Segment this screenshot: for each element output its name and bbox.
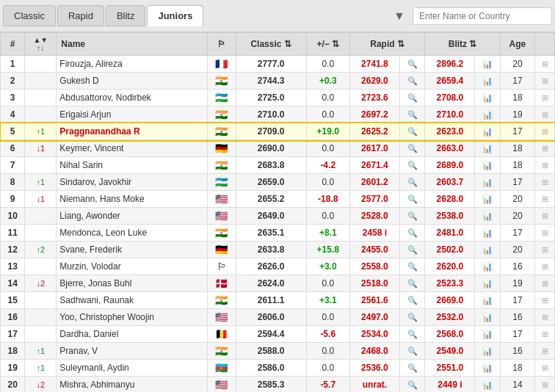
cell-rapid-search[interactable]: 🔍 xyxy=(400,208,425,225)
cell-action[interactable]: ⊞ xyxy=(535,292,555,309)
cell-name: Praggnanandhaa R xyxy=(57,123,208,140)
cell-blitz-search[interactable]: 📊 xyxy=(475,174,500,191)
cell-blitz-search[interactable]: 📊 xyxy=(475,56,500,73)
cell-rapid-search[interactable]: 🔍 xyxy=(400,123,425,140)
cell-action[interactable]: ⊞ xyxy=(535,140,555,157)
cell-pm: 0.0 xyxy=(306,140,349,157)
cell-blitz-search[interactable]: 📊 xyxy=(475,90,500,106)
cell-action[interactable]: ⊞ xyxy=(535,123,555,140)
cell-rapid-search[interactable]: 🔍 xyxy=(400,140,425,157)
cell-rank: 3 xyxy=(1,90,25,106)
cell-action[interactable]: ⊞ xyxy=(535,326,555,343)
cell-blitz-search[interactable]: 📊 xyxy=(475,140,500,157)
cell-classic: 2659.0 xyxy=(236,174,306,191)
search-input[interactable] xyxy=(413,7,552,25)
table-row: 10 Liang, Awonder 🇺🇸 2649.0 0.0 2528.0 🔍… xyxy=(1,208,555,225)
cell-blitz-search[interactable]: 📊 xyxy=(475,123,500,140)
cell-pm: -5.7 xyxy=(306,377,349,393)
cell-rapid-search[interactable]: 🔍 xyxy=(400,73,425,90)
cell-blitz-search[interactable]: 📊 xyxy=(475,377,500,393)
cell-action[interactable]: ⊞ xyxy=(535,242,555,258)
cell-action[interactable]: ⊞ xyxy=(535,208,555,225)
tab-blitz[interactable]: Blitz xyxy=(106,5,146,26)
cell-pm: 0.0 xyxy=(306,275,349,292)
cell-rapid-search[interactable]: 🔍 xyxy=(400,174,425,191)
cell-rapid-search[interactable]: 🔍 xyxy=(400,225,425,242)
cell-name: Dardha, Daniel xyxy=(57,326,208,343)
cell-pm: +19.0 xyxy=(306,123,349,140)
cell-blitz: 2502.0 xyxy=(425,242,475,258)
cell-blitz: 2669.0 xyxy=(425,292,475,309)
cell-rapid-search[interactable]: 🔍 xyxy=(400,258,425,275)
cell-name: Firouzja, Alireza xyxy=(57,56,208,73)
cell-rank: 16 xyxy=(1,309,25,326)
cell-rapid-search[interactable]: 🔍 xyxy=(400,157,425,174)
cell-rapid-search[interactable]: 🔍 xyxy=(400,343,425,360)
cell-action[interactable]: ⊞ xyxy=(535,377,555,393)
cell-action[interactable]: ⊞ xyxy=(535,174,555,191)
cell-blitz-search[interactable]: 📊 xyxy=(475,292,500,309)
cell-action[interactable]: ⊞ xyxy=(535,90,555,106)
cell-rapid-search[interactable]: 🔍 xyxy=(400,90,425,106)
cell-age: 17 xyxy=(500,326,534,343)
cell-classic: 2649.0 xyxy=(236,208,306,225)
col-flag: 🏳 xyxy=(207,33,236,56)
cell-blitz-search[interactable]: 📊 xyxy=(475,191,500,208)
cell-blitz-search[interactable]: 📊 xyxy=(475,343,500,360)
cell-change xyxy=(25,208,57,225)
cell-rapid-search[interactable]: 🔍 xyxy=(400,292,425,309)
cell-rapid-search[interactable]: 🔍 xyxy=(400,56,425,73)
cell-action[interactable]: ⊞ xyxy=(535,343,555,360)
filter-icon[interactable]: ▼ xyxy=(391,7,408,25)
cell-blitz-search[interactable]: 📊 xyxy=(475,360,500,377)
cell-action[interactable]: ⊞ xyxy=(535,73,555,90)
table-row: 19 ↑1 Suleymanli, Aydin 🇦🇿 2586.0 0.0 25… xyxy=(1,360,555,377)
cell-rapid-search[interactable]: 🔍 xyxy=(400,326,425,343)
tab-classic[interactable]: Classic xyxy=(3,5,56,26)
cell-rapid-search[interactable]: 🔍 xyxy=(400,191,425,208)
cell-age: 16 xyxy=(500,309,534,326)
cell-action[interactable]: ⊞ xyxy=(535,360,555,377)
cell-blitz-search[interactable]: 📊 xyxy=(475,73,500,90)
cell-blitz: 2659.4 xyxy=(425,73,475,90)
cell-action[interactable]: ⊞ xyxy=(535,225,555,242)
cell-action[interactable]: ⊞ xyxy=(535,309,555,326)
cell-rapid-search[interactable]: 🔍 xyxy=(400,377,425,393)
cell-blitz-search[interactable]: 📊 xyxy=(475,242,500,258)
cell-blitz-search[interactable]: 📊 xyxy=(475,208,500,225)
cell-blitz-search[interactable]: 📊 xyxy=(475,326,500,343)
cell-action[interactable]: ⊞ xyxy=(535,106,555,123)
cell-change: ↓1 xyxy=(25,191,57,208)
cell-rapid-search[interactable]: 🔍 xyxy=(400,106,425,123)
cell-age: 16 xyxy=(500,343,534,360)
tab-rapid[interactable]: Rapid xyxy=(57,5,104,26)
tab-juniors[interactable]: Juniors xyxy=(147,5,203,26)
cell-blitz-search[interactable]: 📊 xyxy=(475,157,500,174)
cell-rapid-search[interactable]: 🔍 xyxy=(400,275,425,292)
cell-blitz-search[interactable]: 📊 xyxy=(475,275,500,292)
cell-change xyxy=(25,326,57,343)
table-row: 1 Firouzja, Alireza 🇫🇷 2777.0 0.0 2741.8… xyxy=(1,56,555,73)
cell-action[interactable]: ⊞ xyxy=(535,191,555,208)
cell-blitz-search[interactable]: 📊 xyxy=(475,225,500,242)
cell-blitz-search[interactable]: 📊 xyxy=(475,309,500,326)
cell-action[interactable]: ⊞ xyxy=(535,56,555,73)
cell-age: 18 xyxy=(500,157,534,174)
cell-classic: 2633.8 xyxy=(236,242,306,258)
cell-rapid-search[interactable]: 🔍 xyxy=(400,309,425,326)
cell-action[interactable]: ⊞ xyxy=(535,275,555,292)
table-row: 11 Mendonca, Leon Luke 🇮🇳 2635.1 +8.1 24… xyxy=(1,225,555,242)
cell-age: 20 xyxy=(500,56,534,73)
cell-rapid: 2497.0 xyxy=(349,309,399,326)
cell-name: Sadhwani, Raunak xyxy=(57,292,208,309)
cell-flag: 🇺🇿 xyxy=(207,90,236,106)
cell-blitz-search[interactable]: 📊 xyxy=(475,106,500,123)
cell-rapid-search[interactable]: 🔍 xyxy=(400,360,425,377)
cell-flag: 🇫🇷 xyxy=(207,56,236,73)
cell-action[interactable]: ⊞ xyxy=(535,157,555,174)
cell-rapid-search[interactable]: 🔍 xyxy=(400,242,425,258)
cell-action[interactable]: ⊞ xyxy=(535,258,555,275)
cell-flag: 🏳 xyxy=(207,258,236,275)
cell-age: 16 xyxy=(500,258,534,275)
cell-blitz-search[interactable]: 📊 xyxy=(475,258,500,275)
